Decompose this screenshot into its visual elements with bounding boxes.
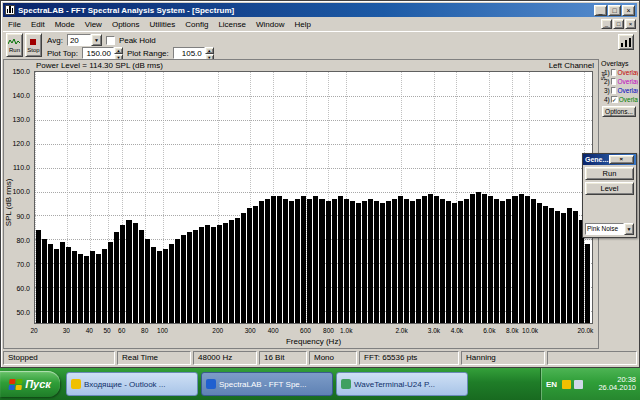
spectrum-bar [301,196,306,323]
y-tick-label: 70.0 [16,260,30,267]
spectrum-bar [380,203,385,323]
y-tick-label: 110.0 [13,164,30,171]
spectrum-bar [482,194,487,323]
menu-item-utilities[interactable]: Utilities [144,20,180,29]
avg-value: 20 [67,34,91,46]
spectrum-bar [235,218,240,323]
tray-app-icon[interactable] [562,380,571,389]
x-tick-label: 60 [118,327,125,334]
overlay-checkbox-3[interactable] [611,87,617,94]
x-tick-label: 1.0k [340,327,352,334]
spectrum-bar [350,201,355,323]
x-tick-label: 3.0k [428,327,440,334]
stop-button[interactable]: Stop [25,33,42,57]
mdi-close-icon[interactable]: × [625,19,636,29]
x-tick-label: 20 [30,327,37,334]
waveform-icon [8,38,21,46]
spectrum-bar [319,199,324,323]
y-tick-label: 100.0 [12,188,30,195]
maximize-icon[interactable]: □ [608,5,621,16]
overlay-checkbox-1[interactable] [611,69,617,76]
plot-range-stepper[interactable]: 105.0 ▲ ▼ [173,47,214,59]
menu-item-view[interactable]: View [80,20,107,29]
x-tick-label: 600 [300,327,311,334]
plot-top-value[interactable]: 150.00 [82,47,114,59]
close-icon[interactable]: × [609,155,635,164]
overlay-number: 3) [604,87,610,94]
close-icon[interactable]: × [622,5,635,16]
meter-button[interactable] [618,34,634,50]
task-button[interactable]: WaveTerminal-U24 P... [336,372,468,396]
x-tick-label: 800 [323,327,334,334]
plot-top-stepper[interactable]: 150.00 ▲ ▼ [82,47,123,59]
status-segment: 16 Bit [259,351,307,365]
status-segment: Mono [309,351,357,365]
app-window: SpectraLAB - FFT Spectral Analysis Syste… [0,0,640,368]
task-button[interactable]: Входящие - Outlook ... [66,372,198,396]
menu-item-help[interactable]: Help [289,20,315,29]
spectrum-bar [84,256,89,323]
generator-title-bar[interactable]: Gene... × [583,154,636,165]
task-label: WaveTerminal-U24 P... [354,380,435,389]
spectrum-bar [205,225,210,323]
generator-level-button[interactable]: Level [585,182,634,195]
spin-up-icon[interactable]: ▲ [114,47,123,54]
spin-up-icon[interactable]: ▲ [205,47,214,54]
menu-item-mode[interactable]: Mode [50,20,80,29]
spectrum-bar [422,196,427,323]
spectrum-bar [229,220,234,323]
spectrum-bar [446,201,451,323]
generator-signal-select[interactable]: Pink Noise ▼ [585,223,634,235]
spectrum-bar [247,208,252,323]
task-button[interactable]: SpectraLAB - FFT Spe... [201,372,333,396]
start-button-label: Пуск [25,378,51,390]
x-tick-label: 200 [212,327,223,334]
overlay-label: Overlay 1 [617,69,638,76]
menu-item-edit[interactable]: Edit [26,20,50,29]
spectrum-bar [549,208,554,323]
language-indicator[interactable]: EN [544,379,559,390]
menu-item-file[interactable]: File [3,20,26,29]
menu-item-license[interactable]: License [213,20,251,29]
spectrum-bar [434,196,439,323]
y-tick-label: 90.0 [16,212,30,219]
chevron-down-icon[interactable]: ▼ [91,34,102,46]
plot-top-label: Plot Top: [47,49,78,58]
start-button[interactable]: Пуск [0,371,60,397]
taskbar: Пуск Входящие - Outlook ...SpectraLAB - … [0,368,640,400]
overlay-checkbox-2[interactable] [611,78,617,85]
mdi-restore-icon[interactable]: □ [613,19,624,29]
avg-select[interactable]: 20 ▼ [67,34,102,46]
spectrum-bar [120,225,125,323]
clock[interactable]: 20:38 26.04.2010 [598,376,636,392]
chevron-down-icon[interactable]: ▼ [624,223,634,235]
overlay-row: 3)Overlay 1 [604,86,638,95]
run-button[interactable]: Run [6,33,23,57]
peak-hold-checkbox[interactable] [106,36,115,45]
spectrum-bar [374,201,379,323]
overlay-label: Overlay 1 [617,78,638,85]
spectrum-bar [326,201,331,323]
menu-item-config[interactable]: Config [180,20,213,29]
overlay-options-button[interactable]: Options... [602,106,636,117]
x-tick-label: 300 [245,327,256,334]
spectrum-bar [392,199,397,323]
spectrum-bar [145,239,150,323]
spectrum-bar [114,232,119,323]
minimize-icon[interactable]: _ [594,5,607,16]
spectrum-bar [500,201,505,323]
x-tick-label: 8.0k [506,327,518,334]
mdi-minimize-icon[interactable]: _ [601,19,612,29]
spectrum-bar [338,196,343,323]
spectrum-bar [458,201,463,323]
plot-range-value[interactable]: 105.0 [173,47,205,59]
overlay-row: 1)Overlay 1 [604,68,638,77]
menu-item-options[interactable]: Options [107,20,145,29]
x-tick-label: 20.0k [577,327,593,334]
tray-volume-icon[interactable] [574,380,583,389]
generator-run-button[interactable]: Run [585,167,634,180]
menu-item-window[interactable]: Window [251,20,289,29]
spectrum-bar [531,199,536,323]
spectrum-bar [416,199,421,323]
overlay-checkbox-4[interactable]: ✓ [611,96,618,103]
